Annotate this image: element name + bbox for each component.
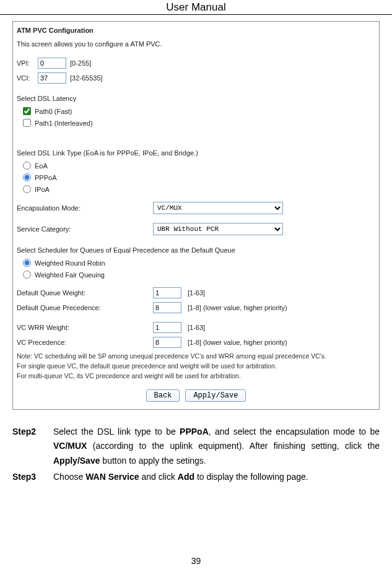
path0-label: Path0 (Fast)	[35, 108, 72, 115]
eoa-label: EoA	[35, 162, 48, 170]
screenshot-panel: ATM PVC Configuration This screen allows…	[12, 21, 380, 410]
path1-row: Path1 (Interleaved)	[23, 119, 375, 127]
apply-save-button[interactable]: Apply/Save	[185, 389, 246, 402]
eoa-radio[interactable]	[23, 162, 31, 170]
doc-header: User Manual	[0, 0, 392, 15]
vc-prec-label: VC Precedence:	[17, 339, 153, 346]
step2-label: Step2	[12, 425, 53, 469]
vpi-label: VPI:	[17, 59, 38, 67]
wfq-row: Weighted Fair Queuing	[23, 271, 375, 279]
encap-row: Encapsulation Mode: VC/MUX	[17, 202, 375, 214]
vpi-row: VPI: [0-255]	[17, 58, 375, 69]
vc-wrr-row: VC WRR Weight: [1-63]	[17, 322, 375, 333]
dq-weight-label: Default Queue Weight:	[17, 289, 153, 297]
dq-prec-row: Default Queue Precedence: [1-8] (lower v…	[17, 302, 375, 313]
ipoa-row: IPoA	[23, 185, 375, 193]
vc-prec-input[interactable]	[153, 337, 181, 348]
pppoa-radio[interactable]	[23, 173, 31, 181]
note-line-3: For multi-queue VC, its VC precedence an…	[17, 371, 375, 380]
latency-label: Select DSL Latency	[17, 95, 375, 102]
ipoa-label: IPoA	[35, 186, 50, 193]
path0-checkbox[interactable]	[23, 107, 31, 115]
pppoa-row: PPPoA	[23, 173, 375, 181]
step3-label: Step3	[12, 470, 53, 485]
panel-intro: This screen allows you to configure a AT…	[17, 40, 375, 48]
path0-row: Path0 (Fast)	[23, 107, 375, 115]
button-row: Back Apply/Save	[17, 389, 375, 402]
pppoa-label: PPPoA	[35, 174, 56, 181]
encap-select[interactable]: VC/MUX	[153, 202, 283, 214]
dq-weight-input[interactable]	[153, 287, 181, 298]
wfq-radio[interactable]	[23, 271, 31, 279]
step3-content: Choose WAN Service and click Add to disp…	[53, 470, 380, 485]
wrr-label: Weighted Round Robin	[35, 259, 105, 267]
svccat-row: Service Category: UBR Without PCR	[17, 223, 375, 235]
wrr-row: Weighted Round Robin	[23, 259, 375, 267]
vc-prec-row: VC Precedence: [1-8] (lower value, highe…	[17, 337, 375, 348]
path1-label: Path1 (Interleaved)	[35, 119, 93, 127]
step2-content: Select the DSL link type to be PPPoA, an…	[53, 425, 380, 469]
wrr-radio[interactable]	[23, 259, 31, 267]
note-line-2: For single queue VC, the default queue p…	[17, 362, 375, 370]
vc-wrr-label: VC WRR Weight:	[17, 324, 153, 331]
vpi-hint: [0-255]	[70, 59, 91, 67]
dq-weight-hint: [1-63]	[188, 289, 205, 297]
step2-row: Step2 Select the DSL link type to be PPP…	[12, 425, 380, 469]
vpi-input[interactable]	[38, 58, 66, 69]
back-button[interactable]: Back	[146, 389, 180, 402]
page-number: 39	[0, 556, 392, 566]
scheduler-label: Select Scheduler for Queues of Equal Pre…	[17, 246, 375, 254]
path1-checkbox[interactable]	[23, 119, 31, 127]
svccat-label: Service Category:	[17, 225, 153, 233]
body-text: Step2 Select the DSL link type to be PPP…	[12, 425, 380, 485]
vc-wrr-input[interactable]	[153, 322, 181, 333]
note-line-1: Note: VC scheduling will be SP among une…	[17, 352, 375, 360]
dq-prec-label: Default Queue Precedence:	[17, 304, 153, 311]
step3-row: Step3 Choose WAN Service and click Add t…	[12, 470, 380, 485]
vci-input[interactable]	[38, 72, 66, 84]
dq-prec-input[interactable]	[153, 302, 181, 313]
encap-label: Encapsulation Mode:	[17, 204, 153, 212]
dq-weight-row: Default Queue Weight: [1-63]	[17, 287, 375, 298]
vci-label: VCI:	[17, 74, 38, 82]
vc-prec-hint: [1-8] (lower value, higher priority)	[188, 339, 287, 346]
svccat-select[interactable]: UBR Without PCR	[153, 223, 283, 235]
dq-prec-hint: [1-8] (lower value, higher priority)	[188, 304, 287, 311]
vc-wrr-hint: [1-63]	[188, 324, 205, 331]
panel-title: ATM PVC Configuration	[17, 27, 375, 34]
linktype-label: Select DSL Link Type (EoA is for PPPoE, …	[17, 149, 375, 157]
ipoa-radio[interactable]	[23, 185, 31, 193]
wfq-label: Weighted Fair Queuing	[35, 271, 105, 279]
vci-hint: [32-65535]	[70, 74, 103, 82]
eoa-row: EoA	[23, 162, 375, 170]
vci-row: VCI: [32-65535]	[17, 72, 375, 84]
